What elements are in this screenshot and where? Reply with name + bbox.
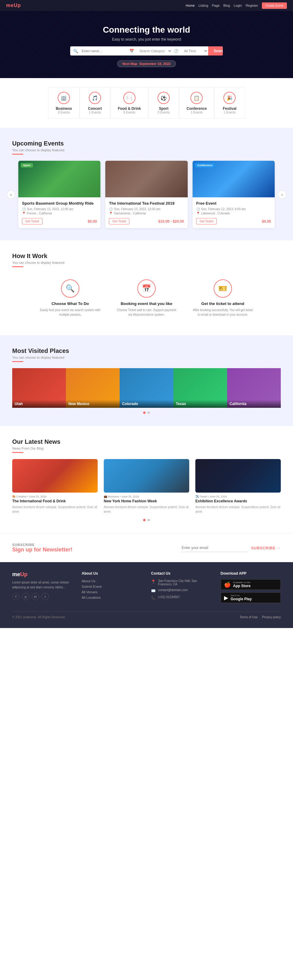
section-divider: [12, 361, 23, 362]
nav-register[interactable]: Register: [246, 4, 258, 7]
event-image: Sport: [18, 161, 100, 197]
carousel-next-arrow[interactable]: ›: [278, 190, 286, 199]
category-select[interactable]: Search Category Business Concert Food & …: [136, 46, 172, 56]
privacy-link[interactable]: Privacy policy: [262, 616, 281, 619]
nav-home[interactable]: Home: [186, 4, 195, 7]
footer-link-submit[interactable]: Submit Event: [82, 585, 142, 589]
category-name: Business: [56, 107, 72, 111]
navbar: meUp Home Listing Page Blog Login Regist…: [0, 0, 293, 11]
news-dots: [12, 519, 281, 521]
news-card: 🎨 Creative • June 25, 2019 The Internati…: [12, 459, 98, 514]
search-input[interactable]: [78, 47, 127, 55]
category-conference[interactable]: 📋 Conference 1 Events: [179, 87, 214, 119]
logo[interactable]: meUp: [6, 3, 21, 8]
nav-login[interactable]: Login: [234, 4, 242, 7]
nav-blog[interactable]: Blog: [223, 4, 230, 7]
footer-about-col: About Us About Us . Submit Event All Ven…: [82, 571, 142, 605]
news-article-title[interactable]: Exhibition Excellence Awards: [195, 499, 281, 503]
upcoming-subtitle: You can choose to display featured: [12, 148, 281, 152]
category-food[interactable]: 🍽️ Food & Drink 5 Events: [110, 87, 148, 119]
event-price: $0.00: [88, 219, 97, 224]
nav-links: Home Listing Page Blog Login Register Cr…: [186, 2, 287, 9]
event-date: 🕐 Sun, February 13, 2023, 12:00 am: [109, 207, 184, 211]
event-title: Free Event: [196, 201, 271, 205]
time-select[interactable]: All Time Today This Week This Month: [180, 46, 208, 56]
booking-icon: 📅: [137, 279, 156, 298]
category-name: Food & Drink: [118, 107, 141, 111]
news-desc: Aenean tincidunt dictum volutpat. Suspen…: [104, 505, 189, 514]
terms-link[interactable]: Terms of Use: [240, 616, 258, 619]
get-ticket-button[interactable]: Get Ticket: [109, 218, 129, 224]
concert-icon: 🎵: [89, 92, 101, 104]
how-step-desc: After booking successfully, You will get…: [192, 308, 253, 317]
clock-icon: 🕐: [109, 207, 113, 211]
app-store-main: App Store: [233, 584, 251, 588]
carousel-prev-arrow[interactable]: ‹: [7, 190, 15, 199]
place-new-mexico[interactable]: New Mexico: [66, 368, 119, 408]
search-icon: 🔍: [70, 49, 78, 53]
category-sport[interactable]: ⚽ Sport 0 Events: [148, 87, 179, 119]
event-body: Sports Basement Group Monthly Ride 🕐 Sun…: [18, 197, 100, 228]
event-image: Conference: [193, 161, 275, 197]
event-footer: Get Ticket $10.00 - $20.00: [109, 218, 184, 224]
nav-listing[interactable]: Listing: [198, 4, 208, 7]
place-texas[interactable]: Texas: [174, 368, 227, 408]
dot-inactive[interactable]: [147, 412, 150, 414]
newsletter-email-input[interactable]: [181, 544, 248, 552]
categories-section: 🏢 Business 0 Events 🎵 Concert 1 Events 🍽…: [0, 78, 293, 128]
event-date: 🕐 Sun, February 12, 2023, 8:00 am: [196, 207, 271, 211]
footer-link-about[interactable]: About Us .: [82, 579, 142, 583]
footer-grid: meUp Lorem ipsum dolor sit amet, conse c…: [12, 571, 281, 605]
hero-content: Connecting the world Easy to search, you…: [70, 25, 223, 67]
place-name: Colorado: [119, 400, 174, 408]
footer-link-venues[interactable]: All Venues: [82, 590, 142, 594]
apple-icon: 🍎: [224, 581, 231, 588]
linkedin-icon[interactable]: in: [32, 593, 39, 600]
pinterest-icon[interactable]: p: [22, 593, 29, 600]
dot-active[interactable]: [143, 412, 146, 414]
category-festival[interactable]: 🎉 Festival 1 Events: [214, 87, 245, 119]
place-california[interactable]: California: [227, 368, 281, 408]
festival-icon: 🎉: [223, 92, 236, 104]
sport-icon: ⚽: [158, 92, 170, 104]
location-icon: 📍: [22, 212, 25, 215]
clock-icon: 🕐: [172, 49, 180, 53]
app-store-button[interactable]: 🍎 Available on the App Store: [221, 579, 281, 590]
google-play-main: Google Play: [231, 597, 252, 601]
place-colorado[interactable]: Colorado: [119, 368, 174, 408]
category-name: Festival: [223, 107, 237, 111]
create-event-button[interactable]: Create Event: [262, 2, 287, 9]
place-name: Utah: [12, 400, 66, 408]
place-utah[interactable]: Utah: [12, 368, 66, 408]
category-business[interactable]: 🏢 Business 0 Events: [48, 87, 80, 119]
search-button[interactable]: Search: [208, 46, 223, 56]
newsletter-form: SUBSCRIBE →: [78, 544, 281, 552]
twitter-icon[interactable]: t: [41, 593, 49, 600]
how-step-2: 📅 Booking event that you like Choose Tic…: [113, 273, 180, 323]
newsletter-subscribe-button[interactable]: SUBSCRIBE →: [251, 546, 281, 550]
dot-inactive[interactable]: [147, 519, 150, 521]
google-play-button[interactable]: ▶ Get it on Google Play: [221, 592, 281, 603]
facebook-icon[interactable]: f: [12, 593, 19, 600]
news-image: [195, 459, 281, 493]
news-tag: 💼 Business • June 25, 2019: [104, 495, 189, 498]
place-name: New Mexico: [66, 400, 119, 408]
news-article-title[interactable]: The International Food & Drink: [12, 499, 98, 503]
nav-page[interactable]: Page: [212, 4, 220, 7]
category-name: Sport: [159, 107, 169, 111]
footer-brand-col: meUp Lorem ipsum dolor sit amet, conse c…: [12, 571, 73, 605]
category-concert[interactable]: 🎵 Concert 1 Events: [80, 87, 110, 119]
hero-section: Connecting the world Easy to search, you…: [0, 11, 293, 78]
footer-link-locations[interactable]: All Locations: [82, 596, 142, 599]
footer-logo: meUp: [12, 571, 73, 578]
get-ticket-button[interactable]: Get Ticket: [22, 218, 42, 224]
dot-active[interactable]: [143, 519, 146, 521]
event-badge: Sport: [21, 163, 33, 167]
get-ticket-button[interactable]: Get Ticket: [196, 218, 217, 224]
clock-icon: 🕐: [22, 207, 25, 211]
footer-desc: Lorem ipsum dolor sit amet, conse ctetue…: [12, 580, 73, 590]
footer-phone: 📞 (+01) 01234567: [151, 595, 212, 600]
event-card: Sport Sports Basement Group Monthly Ride…: [18, 161, 100, 228]
event-price: $10.00 - $20.00: [158, 219, 184, 224]
news-article-title[interactable]: New York Home Fashion Week: [104, 499, 189, 503]
